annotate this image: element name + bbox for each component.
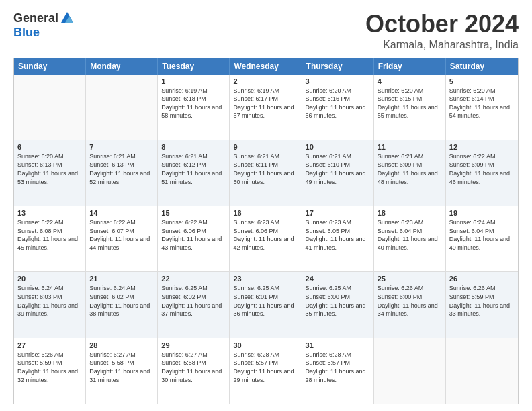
day-info: Sunrise: 6:20 AM Sunset: 6:13 PM Dayligh… xyxy=(17,152,82,186)
calendar-cell: 9Sunrise: 6:21 AM Sunset: 6:11 PM Daylig… xyxy=(230,140,302,205)
calendar-cell: 21Sunrise: 6:24 AM Sunset: 6:02 PM Dayli… xyxy=(86,272,158,337)
location-title: Karmala, Maharashtra, India xyxy=(365,39,519,51)
day-number: 5 xyxy=(449,77,515,85)
day-info: Sunrise: 6:26 AM Sunset: 5:59 PM Dayligh… xyxy=(17,351,82,384)
day-info: Sunrise: 6:21 AM Sunset: 6:12 PM Dayligh… xyxy=(161,152,226,186)
day-number: 14 xyxy=(89,209,154,217)
day-number: 12 xyxy=(449,143,515,151)
logo-icon xyxy=(60,11,75,26)
day-number: 3 xyxy=(306,77,370,85)
day-number: 30 xyxy=(233,341,298,349)
day-number: 4 xyxy=(378,77,442,85)
day-info: Sunrise: 6:21 AM Sunset: 6:10 PM Dayligh… xyxy=(306,152,370,186)
calendar-week: 27Sunrise: 6:26 AM Sunset: 5:59 PM Dayli… xyxy=(14,338,518,404)
day-number: 31 xyxy=(306,341,370,349)
calendar: SundayMondayTuesdayWednesdayThursdayFrid… xyxy=(13,58,519,404)
calendar-cell: 31Sunrise: 6:28 AM Sunset: 5:57 PM Dayli… xyxy=(302,338,374,404)
calendar-cell: 16Sunrise: 6:23 AM Sunset: 6:06 PM Dayli… xyxy=(230,206,302,271)
day-number: 20 xyxy=(17,275,82,283)
day-info: Sunrise: 6:27 AM Sunset: 5:58 PM Dayligh… xyxy=(161,351,226,384)
day-number: 17 xyxy=(306,209,370,217)
calendar-cell: 20Sunrise: 6:24 AM Sunset: 6:03 PM Dayli… xyxy=(14,272,86,337)
calendar-cell xyxy=(14,75,86,140)
calendar-cell: 26Sunrise: 6:26 AM Sunset: 5:59 PM Dayli… xyxy=(446,272,518,337)
day-info: Sunrise: 6:21 AM Sunset: 6:13 PM Dayligh… xyxy=(89,152,154,186)
calendar-week: 6Sunrise: 6:20 AM Sunset: 6:13 PM Daylig… xyxy=(14,140,518,205)
calendar-cell: 27Sunrise: 6:26 AM Sunset: 5:59 PM Dayli… xyxy=(14,338,86,404)
day-info: Sunrise: 6:22 AM Sunset: 6:06 PM Dayligh… xyxy=(161,218,226,252)
day-info: Sunrise: 6:20 AM Sunset: 6:14 PM Dayligh… xyxy=(449,87,515,120)
day-number: 10 xyxy=(306,143,370,151)
day-info: Sunrise: 6:28 AM Sunset: 5:57 PM Dayligh… xyxy=(233,351,298,384)
calendar-body: 1Sunrise: 6:19 AM Sunset: 6:18 PM Daylig… xyxy=(14,75,518,404)
day-number: 16 xyxy=(233,209,298,217)
calendar-cell: 7Sunrise: 6:21 AM Sunset: 6:13 PM Daylig… xyxy=(86,140,158,205)
calendar-cell: 15Sunrise: 6:22 AM Sunset: 6:06 PM Dayli… xyxy=(158,206,230,271)
day-number: 21 xyxy=(89,275,154,283)
calendar-cell: 23Sunrise: 6:25 AM Sunset: 6:01 PM Dayli… xyxy=(230,272,302,337)
day-info: Sunrise: 6:25 AM Sunset: 6:00 PM Dayligh… xyxy=(306,284,370,318)
calendar-header-cell: Tuesday xyxy=(158,58,230,75)
calendar-cell: 30Sunrise: 6:28 AM Sunset: 5:57 PM Dayli… xyxy=(230,338,302,404)
calendar-cell: 5Sunrise: 6:20 AM Sunset: 6:14 PM Daylig… xyxy=(446,75,518,140)
day-info: Sunrise: 6:24 AM Sunset: 6:02 PM Dayligh… xyxy=(89,284,154,318)
calendar-header-cell: Sunday xyxy=(14,58,86,75)
day-number: 15 xyxy=(161,209,226,217)
calendar-week: 13Sunrise: 6:22 AM Sunset: 6:08 PM Dayli… xyxy=(14,205,518,271)
logo-blue-text: Blue xyxy=(13,26,40,39)
day-number: 22 xyxy=(161,275,226,283)
calendar-cell: 25Sunrise: 6:26 AM Sunset: 6:00 PM Dayli… xyxy=(374,272,446,337)
day-number: 29 xyxy=(161,341,226,349)
day-info: Sunrise: 6:25 AM Sunset: 6:01 PM Dayligh… xyxy=(233,284,298,318)
calendar-cell: 12Sunrise: 6:22 AM Sunset: 6:09 PM Dayli… xyxy=(446,140,518,205)
calendar-cell: 29Sunrise: 6:27 AM Sunset: 5:58 PM Dayli… xyxy=(158,338,230,404)
day-number: 6 xyxy=(17,143,82,151)
title-block: October 2024 Karmala, Maharashtra, India xyxy=(365,11,519,51)
logo: General Blue xyxy=(13,11,75,40)
day-info: Sunrise: 6:26 AM Sunset: 6:00 PM Dayligh… xyxy=(378,284,442,318)
day-info: Sunrise: 6:26 AM Sunset: 5:59 PM Dayligh… xyxy=(449,284,515,318)
calendar-header-cell: Monday xyxy=(86,58,158,75)
logo-general-text: General xyxy=(13,11,58,26)
calendar-cell: 8Sunrise: 6:21 AM Sunset: 6:12 PM Daylig… xyxy=(158,140,230,205)
month-title: October 2024 xyxy=(365,11,519,38)
day-number: 7 xyxy=(89,143,154,151)
calendar-cell: 3Sunrise: 6:20 AM Sunset: 6:16 PM Daylig… xyxy=(302,75,374,140)
day-number: 18 xyxy=(378,209,442,217)
day-number: 1 xyxy=(161,77,226,85)
calendar-cell: 6Sunrise: 6:20 AM Sunset: 6:13 PM Daylig… xyxy=(14,140,86,205)
calendar-cell: 17Sunrise: 6:23 AM Sunset: 6:05 PM Dayli… xyxy=(302,206,374,271)
day-number: 11 xyxy=(378,143,442,151)
day-info: Sunrise: 6:21 AM Sunset: 6:09 PM Dayligh… xyxy=(378,152,442,186)
calendar-cell xyxy=(446,338,518,404)
calendar-cell: 11Sunrise: 6:21 AM Sunset: 6:09 PM Dayli… xyxy=(374,140,446,205)
day-info: Sunrise: 6:23 AM Sunset: 6:04 PM Dayligh… xyxy=(378,218,442,252)
calendar-header-cell: Saturday xyxy=(446,58,518,75)
header: General Blue October 2024 Karmala, Mahar… xyxy=(13,11,519,51)
day-info: Sunrise: 6:27 AM Sunset: 5:58 PM Dayligh… xyxy=(89,351,154,384)
calendar-cell: 1Sunrise: 6:19 AM Sunset: 6:18 PM Daylig… xyxy=(158,75,230,140)
calendar-cell: 22Sunrise: 6:25 AM Sunset: 6:02 PM Dayli… xyxy=(158,272,230,337)
day-info: Sunrise: 6:25 AM Sunset: 6:02 PM Dayligh… xyxy=(161,284,226,318)
page: General Blue October 2024 Karmala, Mahar… xyxy=(0,0,532,411)
day-number: 24 xyxy=(306,275,370,283)
calendar-cell xyxy=(86,75,158,140)
calendar-cell: 2Sunrise: 6:19 AM Sunset: 6:17 PM Daylig… xyxy=(230,75,302,140)
calendar-week: 20Sunrise: 6:24 AM Sunset: 6:03 PM Dayli… xyxy=(14,271,518,337)
calendar-cell: 13Sunrise: 6:22 AM Sunset: 6:08 PM Dayli… xyxy=(14,206,86,271)
calendar-cell: 10Sunrise: 6:21 AM Sunset: 6:10 PM Dayli… xyxy=(302,140,374,205)
day-number: 28 xyxy=(89,341,154,349)
day-info: Sunrise: 6:24 AM Sunset: 6:04 PM Dayligh… xyxy=(449,218,515,252)
day-number: 9 xyxy=(233,143,298,151)
day-info: Sunrise: 6:21 AM Sunset: 6:11 PM Dayligh… xyxy=(233,152,298,186)
calendar-header-cell: Wednesday xyxy=(230,58,302,75)
day-info: Sunrise: 6:19 AM Sunset: 6:18 PM Dayligh… xyxy=(161,87,226,120)
calendar-header-cell: Thursday xyxy=(302,58,374,75)
calendar-header-cell: Friday xyxy=(374,58,446,75)
day-info: Sunrise: 6:20 AM Sunset: 6:16 PM Dayligh… xyxy=(306,87,370,120)
day-info: Sunrise: 6:24 AM Sunset: 6:03 PM Dayligh… xyxy=(17,284,82,318)
calendar-cell: 4Sunrise: 6:20 AM Sunset: 6:15 PM Daylig… xyxy=(374,75,446,140)
day-info: Sunrise: 6:20 AM Sunset: 6:15 PM Dayligh… xyxy=(378,87,442,120)
day-number: 23 xyxy=(233,275,298,283)
day-info: Sunrise: 6:22 AM Sunset: 6:07 PM Dayligh… xyxy=(89,218,154,252)
